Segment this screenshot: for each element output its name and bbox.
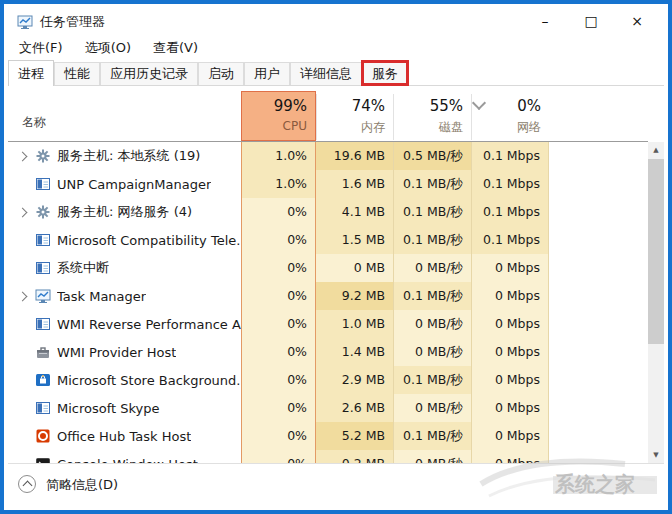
cpu-value[interactable]: 0%: [241, 282, 316, 310]
table-row[interactable]: Microsoft Compatibility Tele...0%1.5 MB0…: [8, 226, 648, 254]
tab-6[interactable]: 服务: [362, 62, 408, 85]
table-row[interactable]: WMI Provider Host0%1.4 MB0 MB/秒0 Mbps: [8, 338, 648, 366]
table-row[interactable]: WMI Reverse Performance A...0%1.0 MB0 MB…: [8, 310, 648, 338]
tab-5[interactable]: 详细信息: [290, 62, 362, 85]
disk-value[interactable]: 0.1 MB/秒: [393, 170, 471, 198]
disk-value[interactable]: 0 MB/秒: [393, 254, 471, 282]
process-name-cell[interactable]: Office Hub Task Host: [8, 422, 241, 450]
disk-value[interactable]: 0.1 MB/秒: [393, 366, 471, 394]
disk-value[interactable]: 0 MB/秒: [393, 338, 471, 366]
expand-chevron-icon[interactable]: [8, 282, 35, 310]
minimize-button[interactable]: –: [522, 8, 568, 36]
network-value[interactable]: 0 Mbps: [471, 394, 549, 422]
cpu-value[interactable]: 0%: [241, 422, 316, 450]
network-value[interactable]: 0.1 Mbps: [471, 226, 549, 254]
memory-value[interactable]: 1.6 MB: [316, 170, 393, 198]
task-manager-icon: [35, 288, 51, 304]
cpu-value[interactable]: 0%: [241, 366, 316, 394]
scrollbar-thumb[interactable]: [648, 159, 664, 344]
network-value[interactable]: 0 Mbps: [471, 254, 549, 282]
memory-value[interactable]: 0.2 MB: [316, 450, 393, 464]
memory-value[interactable]: 1.4 MB: [316, 338, 393, 366]
memory-value[interactable]: 19.6 MB: [316, 142, 393, 170]
network-value[interactable]: 0 Mbps: [471, 282, 549, 310]
memory-value[interactable]: 2.6 MB: [316, 394, 393, 422]
column-header-磁盘[interactable]: 55%磁盘: [393, 94, 471, 140]
cpu-value[interactable]: 0%: [241, 254, 316, 282]
network-value[interactable]: 0 Mbps: [471, 310, 549, 338]
table-row[interactable]: Microsoft Skype0%2.6 MB0 MB/秒0 Mbps: [8, 394, 648, 422]
table-row[interactable]: 服务主机: 网络服务 (4)0%4.1 MB0.1 MB/秒0.1 Mbps: [8, 198, 648, 226]
process-name-cell[interactable]: WMI Reverse Performance A...: [8, 310, 241, 338]
menu-item-0[interactable]: 文件(F): [8, 37, 74, 59]
process-name-cell[interactable]: Console Window Host: [8, 450, 241, 464]
expander-spacer: [8, 450, 35, 464]
table-row[interactable]: UNP CampaignManager1.0%1.6 MB0.1 MB/秒0.1…: [8, 170, 648, 198]
process-name-cell[interactable]: 系统中断: [8, 254, 241, 282]
scroll-down-icon[interactable]: ▼: [648, 447, 664, 464]
disk-value[interactable]: 0 MB/秒: [393, 394, 471, 422]
tab-3[interactable]: 启动: [198, 62, 244, 85]
menu-item-2[interactable]: 查看(V): [142, 37, 209, 59]
tab-0[interactable]: 进程: [8, 60, 54, 86]
disk-value[interactable]: 0 MB/秒: [393, 310, 471, 338]
process-name-cell[interactable]: UNP CampaignManager: [8, 170, 241, 198]
cpu-value[interactable]: 0%: [241, 394, 316, 422]
disk-value[interactable]: 0.1 MB/秒: [393, 198, 471, 226]
memory-value[interactable]: 1.0 MB: [316, 310, 393, 338]
scroll-up-icon[interactable]: ▲: [648, 142, 664, 159]
network-value[interactable]: 0 Mbps: [471, 338, 549, 366]
memory-value[interactable]: 9.2 MB: [316, 282, 393, 310]
cpu-value[interactable]: 0%: [241, 310, 316, 338]
memory-value[interactable]: 0 MB: [316, 254, 393, 282]
expand-chevron-icon[interactable]: [8, 142, 35, 170]
network-value[interactable]: 0 Mbps: [471, 366, 549, 394]
cpu-value[interactable]: 1.0%: [241, 170, 316, 198]
process-name-cell[interactable]: 服务主机: 本地系统 (19): [8, 142, 241, 170]
disk-value[interactable]: 0.1 MB/秒: [393, 226, 471, 254]
memory-value[interactable]: 2.9 MB: [316, 366, 393, 394]
process-name-cell[interactable]: Microsoft Store Background...: [8, 366, 241, 394]
cpu-value[interactable]: 0%: [241, 450, 316, 464]
network-value[interactable]: 0 Mbps: [471, 450, 549, 464]
column-header-cpu[interactable]: 99%CPU: [241, 91, 316, 141]
memory-value[interactable]: 4.1 MB: [316, 198, 393, 226]
tab-4[interactable]: 用户: [244, 62, 290, 85]
table-row[interactable]: Task Manager0%9.2 MB0.1 MB/秒0 Mbps: [8, 282, 648, 310]
cpu-value[interactable]: 0%: [241, 226, 316, 254]
column-header-内存[interactable]: 74%内存: [316, 94, 393, 140]
cpu-value[interactable]: 0%: [241, 198, 316, 226]
maximize-button[interactable]: □: [568, 8, 614, 36]
process-name-cell[interactable]: WMI Provider Host: [8, 338, 241, 366]
network-value[interactable]: 0 Mbps: [471, 422, 549, 450]
network-value[interactable]: 0.1 Mbps: [471, 170, 549, 198]
process-name-cell[interactable]: Task Manager: [8, 282, 241, 310]
table-row[interactable]: 服务主机: 本地系统 (19)1.0%19.6 MB0.5 MB/秒0.1 Mb…: [8, 142, 648, 170]
memory-value[interactable]: 1.5 MB: [316, 226, 393, 254]
vertical-scrollbar[interactable]: ▲ ▼: [648, 142, 664, 464]
tab-1[interactable]: 性能: [54, 62, 100, 85]
close-button[interactable]: ×: [614, 8, 660, 36]
network-value[interactable]: 0.1 Mbps: [471, 198, 549, 226]
memory-value[interactable]: 5.2 MB: [316, 422, 393, 450]
cpu-value[interactable]: 0%: [241, 338, 316, 366]
disk-value[interactable]: 0.1 MB/秒: [393, 422, 471, 450]
cpu-value[interactable]: 1.0%: [241, 142, 316, 170]
network-value[interactable]: 0.1 Mbps: [471, 142, 549, 170]
disk-value[interactable]: 0 MB/秒: [393, 450, 471, 464]
chevron-up-circle-icon[interactable]: [18, 475, 36, 493]
column-header-name[interactable]: 名称: [22, 114, 46, 131]
process-name-cell[interactable]: 服务主机: 网络服务 (4): [8, 198, 241, 226]
tab-2[interactable]: 应用历史记录: [100, 62, 198, 85]
disk-value[interactable]: 0.1 MB/秒: [393, 282, 471, 310]
table-row[interactable]: 系统中断0%0 MB0 MB/秒0 Mbps: [8, 254, 648, 282]
process-name-cell[interactable]: Microsoft Skype: [8, 394, 241, 422]
menu-item-1[interactable]: 选项(O): [74, 37, 142, 59]
table-row[interactable]: Office Hub Task Host0%5.2 MB0.1 MB/秒0 Mb…: [8, 422, 648, 450]
table-row[interactable]: Console Window Host0%0.2 MB0 MB/秒0 Mbps: [8, 450, 648, 464]
disk-value[interactable]: 0.5 MB/秒: [393, 142, 471, 170]
table-row[interactable]: Microsoft Store Background...0%2.9 MB0.1…: [8, 366, 648, 394]
expand-chevron-icon[interactable]: [8, 198, 35, 226]
fewer-details-toggle[interactable]: 简略信息(D): [46, 464, 118, 505]
process-name-cell[interactable]: Microsoft Compatibility Tele...: [8, 226, 241, 254]
